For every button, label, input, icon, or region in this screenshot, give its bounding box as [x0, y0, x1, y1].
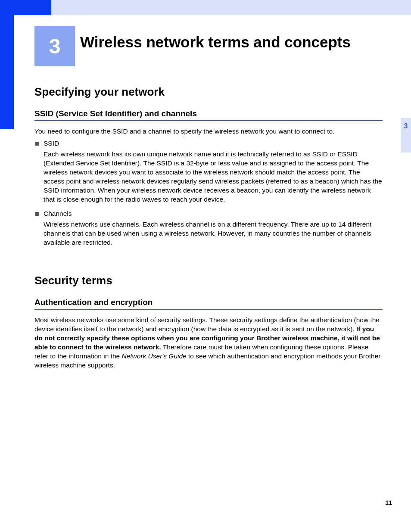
content-area: Specifying your network SSID (Service Se… — [34, 77, 383, 373]
bullet-label-channels: Channels — [44, 210, 72, 218]
bullet-label-ssid: SSID — [44, 140, 59, 147]
page-number: 11 — [385, 499, 392, 506]
square-bullet-icon — [35, 212, 39, 216]
left-accent-bar — [0, 15, 14, 129]
auth-text-pre: Most wireless networks use some kind of … — [34, 316, 380, 333]
side-tab-number: 3 — [404, 122, 408, 130]
bullet-body-channels: Wireless networks use channels. Each wir… — [44, 220, 383, 247]
side-tab: 3 — [401, 118, 411, 152]
subsection-rule — [34, 120, 383, 121]
subsection-rule — [34, 309, 383, 310]
auth-paragraph: Most wireless networks use some kind of … — [34, 316, 383, 370]
header-stripe-blue — [0, 0, 51, 15]
auth-text-italic: Network User's Guide — [121, 352, 186, 360]
intro-paragraph: You need to configure the SSID and a cha… — [34, 127, 383, 136]
header-stripe-light — [51, 0, 411, 15]
section-heading-security: Security terms — [34, 274, 383, 287]
bullet-body-ssid: Each wireless network has its own unique… — [44, 150, 383, 204]
bullet-item-ssid: SSID — [34, 140, 383, 147]
square-bullet-icon — [35, 142, 39, 146]
chapter-number: 3 — [49, 34, 61, 58]
document-page: 3 Wireless network terms and concepts 3 … — [0, 0, 411, 532]
subsection-heading-ssid: SSID (Service Set Identifier) and channe… — [34, 109, 383, 118]
section-heading-specifying: Specifying your network — [34, 85, 383, 99]
subsection-heading-auth: Authentication and encryption — [34, 298, 383, 307]
chapter-number-block: 3 — [34, 26, 75, 66]
bullet-item-channels: Channels — [34, 210, 383, 218]
chapter-title: Wireless network terms and concepts — [80, 34, 351, 51]
